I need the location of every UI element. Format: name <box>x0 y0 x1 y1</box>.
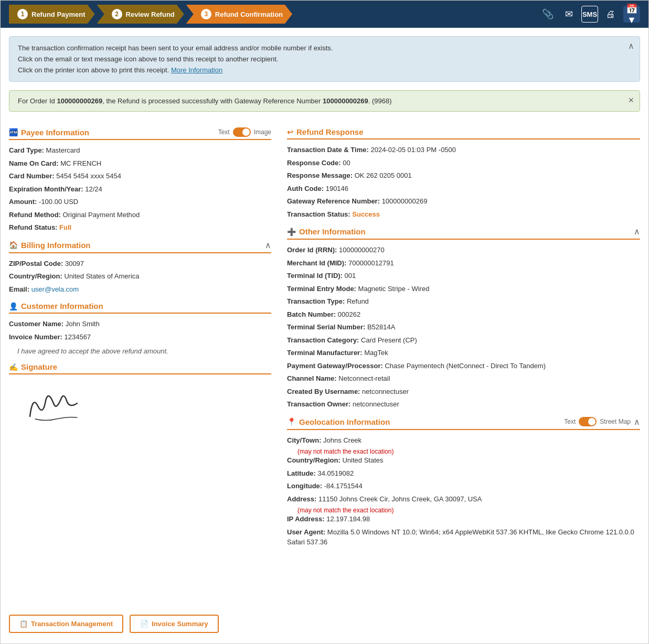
top-navigation-bar: 1 Refund Payment 2 Review Refund 3 Refun… <box>1 1 648 28</box>
expiration-field: Expiration Month/Year: 12/24 <box>9 184 271 195</box>
trans-status-field: Transaction Status: Success <box>287 209 640 220</box>
customer-icon: 👤 <box>9 302 18 310</box>
step-2-label: Review Refund <box>126 10 175 18</box>
trans-category-field: Transaction Category: Card Present (CP) <box>287 335 640 346</box>
ip-address-field: IP Address: 12.197.184.98 <box>287 514 640 524</box>
signature-header: ✍ Signature <box>9 362 271 374</box>
info-box-collapse-button[interactable]: ∧ <box>628 41 634 51</box>
order-id-field: Order Id (RRN): 100000000270 <box>287 245 640 255</box>
city-field: City/Town: Johns Creek <box>287 435 640 446</box>
main-content-area: 🏧 Payee Information Text Image Card Type… <box>9 120 640 599</box>
location-icon: 📍 <box>287 417 296 426</box>
zip-code-field: ZIP/Postal Code: 30097 <box>9 259 271 269</box>
billing-info-header: 🏠 Billing Information ∧ <box>9 240 271 253</box>
card-number-field: Card Number: 5454 5454 xxxx 5454 <box>9 171 271 181</box>
step-2-number: 2 <box>112 9 122 19</box>
card-type-field: Card Type: Mastercard <box>9 145 271 156</box>
refund-method-field: Refund Method: Original Payment Method <box>9 210 271 220</box>
right-panel: ↩ Refund Response Transaction Date & Tim… <box>282 120 640 599</box>
step-3-number: 3 <box>201 9 211 19</box>
name-on-card-field: Name On Card: MC FRENCH <box>9 158 271 169</box>
info-line-1: The transaction confirmation receipt has… <box>18 44 631 52</box>
step-1-label: Refund Payment <box>31 10 86 18</box>
transaction-mgmt-icon: 📋 <box>19 620 28 628</box>
footer-buttons: 📋 Transaction Management 📄 Invoice Summa… <box>1 599 648 643</box>
info-box: ∧ The transaction confirmation receipt h… <box>9 36 640 82</box>
transaction-management-label: Transaction Management <box>31 620 113 628</box>
signature-image <box>19 385 93 427</box>
geo-collapse-button[interactable]: ∧ <box>634 417 640 427</box>
geo-toggle-group: Text Street Map ∧ <box>564 417 640 427</box>
payee-info-header: 🏧 Payee Information Text Image <box>9 127 271 140</box>
sms-icon-button[interactable]: SMS <box>581 6 598 23</box>
step-3[interactable]: 3 Refund Confirmation <box>186 5 292 24</box>
info-line-3: Click on the printer icon above to print… <box>18 66 631 74</box>
refund-response-header: ↩ Refund Response <box>287 127 640 139</box>
payment-gateway-field: Payment Gateway/Processor: Chase Payment… <box>287 361 640 371</box>
success-message: For Order Id 100000000269, the Refund is… <box>9 90 640 112</box>
response-message-field: Response Message: OK 262 0205 0001 <box>287 170 640 181</box>
created-by-field: Created By Username: netconnectuser <box>287 387 640 397</box>
geo-toggle-switch[interactable] <box>579 417 597 426</box>
toggle-image-label: Image <box>254 128 271 136</box>
credit-card-icon: 🏧 <box>9 128 18 136</box>
latitude-field: Latitude: 34.0519082 <box>287 468 640 479</box>
customer-name-field: Customer Name: John Smith <box>9 319 271 329</box>
refund-response-title: ↩ Refund Response <box>287 127 364 136</box>
invoice-summary-button[interactable]: 📄 Invoice Summary <box>130 615 219 633</box>
more-info-link[interactable]: More Information <box>171 66 222 74</box>
payee-toggle-switch[interactable] <box>233 127 251 137</box>
step-2[interactable]: 2 Review Refund <box>97 5 184 24</box>
customer-info-header: 👤 Customer Information <box>9 302 271 314</box>
address-location-warning: (may not match the exact location) <box>297 507 640 514</box>
step-1[interactable]: 1 Refund Payment <box>9 5 95 24</box>
left-panel: 🏧 Payee Information Text Image Card Type… <box>9 120 282 599</box>
other-info-collapse-button[interactable]: ∧ <box>634 227 640 237</box>
email-icon-button[interactable]: ✉ <box>560 6 577 23</box>
customer-info-title: 👤 Customer Information <box>9 302 103 310</box>
user-agent-field: User Agent: Mozilla 5.0 Windows NT 10.0;… <box>287 527 640 548</box>
transaction-management-button[interactable]: 📋 Transaction Management <box>9 615 123 633</box>
email-field: Email: user@vela.com <box>9 284 271 295</box>
trans-owner-field: Transaction Owner: netconnectuser <box>287 399 640 410</box>
terminal-id-field: Terminal Id (TID): 001 <box>287 271 640 281</box>
paperclip-icon-button[interactable]: 📎 <box>539 6 556 23</box>
auth-code-field: Auth Code: 190146 <box>287 184 640 194</box>
calendar-icon-button[interactable]: 📅 ▼ <box>623 6 640 23</box>
step-1-number: 1 <box>17 9 28 19</box>
top-icons-group: 📎 ✉ SMS 🖨 📅 ▼ <box>539 6 640 23</box>
billing-info-title: 🏠 Billing Information <box>9 241 91 250</box>
signature-area <box>9 380 271 432</box>
other-info-title: ➕ Other Information <box>287 227 366 236</box>
manufacturer-field: Terminal Manufacturer: MagTek <box>287 348 640 358</box>
trans-datetime-field: Transaction Date & Time: 2024-02-05 01:0… <box>287 145 640 155</box>
invoice-number-field: Invoice Number: 1234567 <box>9 332 271 342</box>
refund-status-field: Refund Status: Full <box>9 222 271 233</box>
country-field: Country/Region: United States of America <box>9 271 271 282</box>
address-field: Address: 11150 Johns Creek Cir, Johns Cr… <box>287 494 640 505</box>
entry-mode-field: Terminal Entry Mode: Magnetic Stripe - W… <box>287 284 640 294</box>
geo-info-title: 📍 Geolocation Information <box>287 417 390 426</box>
amount-field: Amount: -100.00 USD <box>9 197 271 207</box>
geo-toggle-map-label: Street Map <box>600 418 631 425</box>
geo-toggle-text-label: Text <box>564 418 576 425</box>
agreement-text: I have agreed to accept the above refund… <box>17 347 271 355</box>
info-line-2: Click on the email or text message icon … <box>18 55 631 63</box>
geo-info-header: 📍 Geolocation Information Text Street Ma… <box>287 417 640 430</box>
billing-icon: 🏠 <box>9 241 18 249</box>
payee-info-title: 🏧 Payee Information <box>9 128 89 137</box>
response-code-field: Response Code: 00 <box>287 158 640 168</box>
step-3-label: Refund Confirmation <box>215 10 283 18</box>
success-msg-close-button[interactable]: ✕ <box>628 96 634 104</box>
invoice-icon: 📄 <box>140 620 148 628</box>
signature-icon: ✍ <box>9 363 18 371</box>
invoice-summary-label: Invoice Summary <box>152 620 208 628</box>
payee-toggle-group: Text Image <box>218 127 271 137</box>
geo-country-field: Country/Region: United States <box>287 455 640 466</box>
billing-collapse-button[interactable]: ∧ <box>265 240 271 250</box>
longitude-field: Longitude: -84.1751544 <box>287 481 640 491</box>
signature-title: ✍ Signature <box>9 362 57 371</box>
city-location-warning: (may not match the exact location) <box>297 448 640 455</box>
print-icon-button[interactable]: 🖨 <box>602 6 619 23</box>
trans-type-field: Transaction Type: Refund <box>287 296 640 307</box>
